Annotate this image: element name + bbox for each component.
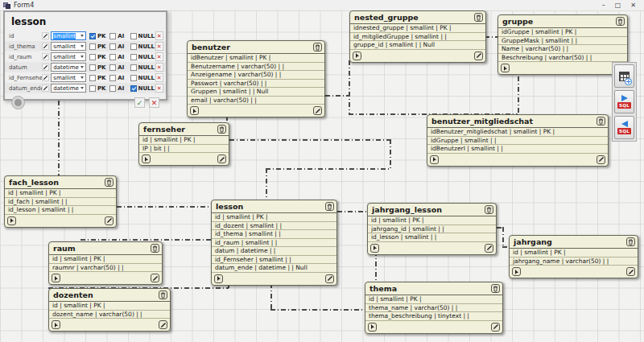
table-jahrgang[interactable]: jahrgang id | smallint | PK | jahrgang_n… [509, 235, 638, 278]
table-row[interactable]: Beschreibung | varchar(50) | | [498, 54, 627, 63]
edit-pencil-icon[interactable] [491, 323, 500, 332]
table-jahrgang-lesson[interactable]: jahrgang_lesson id | smallint | PK | jah… [367, 203, 497, 255]
table-row[interactable]: IP | bit | | [139, 145, 229, 154]
table-row[interactable]: GruppeMask | smallint | | [498, 37, 627, 46]
delete-table-icon[interactable] [485, 205, 493, 214]
table-header[interactable]: lesson [212, 200, 336, 213]
table-row[interactable]: raumnr | varchar(50) | | [49, 264, 162, 273]
table-header[interactable]: dozenten [49, 289, 170, 302]
ai-checkbox[interactable] [109, 43, 116, 50]
table-raum[interactable]: raum id | smallint | PK | raumnr | varch… [48, 241, 163, 285]
table-row[interactable]: id | smallint | PK | [365, 295, 502, 304]
confirm-button[interactable]: ✓ [134, 97, 145, 108]
collapse-arrow-icon[interactable] [512, 267, 521, 276]
table-thema[interactable]: thema id | smallint | PK | thema_name | … [365, 282, 503, 334]
table-row[interactable]: id | smallint | PK | [510, 249, 638, 258]
collapse-arrow-icon[interactable] [214, 274, 223, 283]
edit-pencil-icon[interactable] [313, 106, 322, 115]
pk-checkbox[interactable] [89, 75, 96, 81]
delete-field-button[interactable]: ✕ [155, 31, 163, 40]
ai-checkbox[interactable] [109, 85, 116, 92]
type-select[interactable]: smallint [51, 42, 86, 51]
table-benutzer-mitgliedschat[interactable]: benutzer_mitgliedschat idBenutzer_mitgli… [427, 114, 609, 167]
null-checkbox[interactable] [130, 64, 137, 71]
pk-checkbox[interactable] [89, 54, 96, 60]
rename-field-icon[interactable] [42, 84, 49, 92]
table-benutzer[interactable]: benutzer idBenutzer | smallint | PK | Be… [187, 40, 325, 117]
table-row[interactable]: id | smallint | PK | [368, 216, 496, 225]
ai-checkbox[interactable] [109, 75, 116, 81]
table-row[interactable]: idBenutzer_mitgliedschat | smallint | PK… [427, 128, 608, 137]
table-lesson[interactable]: lesson id | smallint | PK | id_dozent | … [211, 200, 337, 286]
table-row[interactable]: id | smallint | PK | [139, 136, 229, 145]
table-row[interactable]: datum | datetime | | [212, 247, 336, 256]
maximize-button[interactable]: □ [615, 0, 621, 10]
delete-table-icon[interactable] [325, 202, 334, 211]
collapse-arrow-icon[interactable] [430, 155, 439, 164]
table-header[interactable]: thema [365, 282, 502, 295]
delete-field-button[interactable]: ✕ [155, 42, 163, 51]
table-header[interactable]: fernseher [139, 123, 229, 136]
table-header[interactable]: benutzer [188, 41, 324, 54]
delete-field-button[interactable]: ✕ [155, 63, 163, 72]
table-row[interactable]: id_raum | smallint | | [212, 239, 336, 248]
table-row[interactable]: id_mitgliedGruppe | smallint | | [350, 33, 485, 42]
table-row[interactable]: idBenutzer | smallint | PK | [188, 54, 324, 63]
rename-field-icon[interactable] [42, 74, 49, 81]
type-select[interactable]: smallint [51, 52, 86, 61]
table-fernseher[interactable]: fernseher id | smallint | PK | IP | bit … [138, 122, 229, 166]
edit-pencil-icon[interactable] [151, 274, 159, 282]
collapse-arrow-icon[interactable] [52, 274, 60, 282]
edit-pencil-icon[interactable] [485, 244, 493, 253]
delete-field-button[interactable]: ✕ [155, 73, 163, 82]
table-header[interactable]: jahrgang_lesson [368, 204, 496, 216]
null-checkbox[interactable] [130, 75, 137, 81]
table-header[interactable]: benutzer_mitgliedschat [427, 115, 608, 128]
table-gruppe[interactable]: gruppe idGruppe | smallint | PK | Gruppe… [497, 14, 628, 75]
import-sql-button[interactable]: SQL [614, 116, 634, 139]
ai-checkbox[interactable] [109, 54, 116, 60]
table-header[interactable]: raum [49, 242, 162, 255]
edit-pencil-icon[interactable] [217, 155, 226, 163]
table-row[interactable]: Gruppen | smallint | | Null [188, 88, 324, 97]
table-row[interactable]: datum_ende | datetime | | Null [212, 264, 336, 273]
rename-field-icon[interactable] [42, 43, 49, 50]
table-row[interactable]: thema_beschreibung | tinytext | | [365, 312, 502, 321]
delete-table-icon[interactable] [217, 125, 226, 134]
collapse-arrow-icon[interactable] [368, 323, 377, 332]
type-select[interactable]: smallint [51, 73, 86, 82]
table-row[interactable]: idBenutzerI | smallint | | [427, 145, 608, 154]
pk-checkbox[interactable] [89, 64, 96, 71]
collapse-arrow-icon[interactable] [370, 244, 379, 253]
rename-field-icon[interactable] [42, 64, 49, 71]
table-row[interactable]: Name | varchar(50) | | [498, 45, 627, 54]
collapse-arrow-icon[interactable] [142, 155, 151, 163]
null-checkbox[interactable] [130, 33, 137, 39]
table-fach-lesson[interactable]: fach_lesson id | smallint | PK | id_fach… [4, 175, 117, 228]
collapse-arrow-icon[interactable] [52, 320, 60, 329]
table-row[interactable]: thema_name | varchar(50) | | [365, 304, 502, 313]
table-row[interactable]: idGruppe | smallint | PK | [498, 28, 627, 37]
collapse-arrow-icon[interactable] [353, 52, 361, 60]
export-sql-button[interactable]: SQL [614, 90, 634, 113]
drag-knob[interactable] [11, 96, 25, 109]
edit-pencil-icon[interactable] [626, 267, 635, 276]
cancel-button[interactable]: ✕ [149, 97, 159, 108]
table-row[interactable]: idnested_gruppe | smallint | PK | [350, 24, 485, 33]
type-select[interactable]: datetime [51, 84, 86, 93]
null-checkbox[interactable] [130, 43, 137, 50]
edit-pencil-icon[interactable] [325, 274, 334, 283]
table-row[interactable]: Anzeigename | varchar(50) | | [188, 71, 324, 80]
add-table-button[interactable]: + [614, 64, 634, 88]
table-row[interactable]: Benutzername | varchar(50) | | [188, 63, 324, 72]
close-button[interactable]: ✕ [630, 0, 636, 10]
table-row[interactable]: id_lesson | smallint | | [5, 206, 116, 215]
table-row[interactable]: id | smallint | PK | [49, 302, 170, 311]
table-header[interactable]: gruppe [498, 15, 627, 28]
table-row[interactable]: idGruppe | smallint | | [427, 137, 608, 146]
edit-pencil-icon[interactable] [474, 52, 483, 60]
table-row[interactable]: Passwort | varchar(50) | | [188, 80, 324, 89]
table-row[interactable]: id_thema | smallint | | [212, 230, 336, 239]
edit-pencil-icon[interactable] [159, 320, 167, 329]
table-row[interactable]: id_dozent | smallint | | [212, 222, 336, 231]
